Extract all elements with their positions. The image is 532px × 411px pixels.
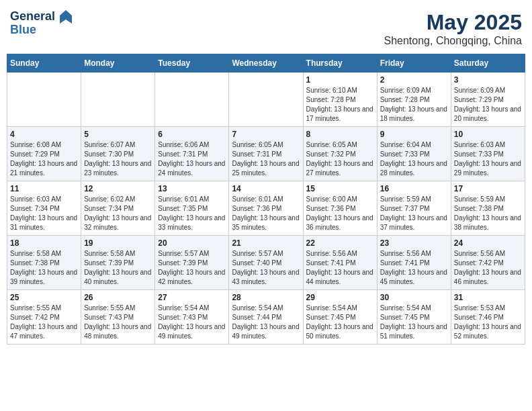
calendar-cell: 8Sunrise: 6:05 AM Sunset: 7:32 PM Daylig… (303, 127, 377, 181)
day-number: 24 (454, 238, 522, 248)
calendar-cell: 14Sunrise: 6:01 AM Sunset: 7:36 PM Dayli… (229, 181, 303, 236)
calendar-cell (7, 73, 81, 127)
day-info: Sunrise: 5:58 AM Sunset: 7:39 PM Dayligh… (84, 249, 152, 287)
calendar-cell: 29Sunrise: 5:54 AM Sunset: 7:45 PM Dayli… (303, 290, 377, 345)
day-number: 2 (380, 75, 448, 85)
calendar-week-4: 18Sunrise: 5:58 AM Sunset: 7:38 PM Dayli… (7, 236, 525, 290)
day-number: 27 (158, 293, 226, 302)
day-number: 26 (84, 293, 152, 302)
day-number: 31 (454, 293, 522, 302)
day-number: 10 (454, 130, 522, 139)
header-tuesday: Tuesday (155, 54, 229, 73)
calendar-cell (155, 73, 229, 127)
day-info: Sunrise: 6:06 AM Sunset: 7:31 PM Dayligh… (158, 140, 226, 178)
day-info: Sunrise: 5:54 AM Sunset: 7:45 PM Dayligh… (380, 304, 448, 341)
month-year: May 2025 (384, 10, 523, 35)
logo: General Blue (10, 10, 73, 37)
calendar-week-2: 4Sunrise: 6:08 AM Sunset: 7:29 PM Daylig… (7, 127, 525, 181)
day-number: 4 (10, 130, 78, 139)
calendar-cell: 10Sunrise: 6:03 AM Sunset: 7:33 PM Dayli… (451, 127, 525, 181)
calendar-cell: 4Sunrise: 6:08 AM Sunset: 7:29 PM Daylig… (7, 127, 81, 181)
day-number: 22 (306, 238, 374, 248)
calendar-cell: 15Sunrise: 6:00 AM Sunset: 7:36 PM Dayli… (303, 181, 377, 236)
calendar-cell: 30Sunrise: 5:54 AM Sunset: 7:45 PM Dayli… (377, 290, 451, 345)
day-number: 5 (84, 130, 152, 139)
logo-blue: Blue (10, 24, 73, 37)
calendar-cell: 23Sunrise: 5:56 AM Sunset: 7:41 PM Dayli… (377, 236, 451, 290)
day-number: 6 (158, 130, 226, 139)
day-info: Sunrise: 6:02 AM Sunset: 7:34 PM Dayligh… (84, 195, 152, 232)
day-info: Sunrise: 5:54 AM Sunset: 7:43 PM Dayligh… (158, 304, 226, 341)
day-number: 18 (10, 238, 78, 248)
calendar-week-3: 11Sunrise: 6:03 AM Sunset: 7:34 PM Dayli… (7, 181, 525, 236)
day-number: 25 (10, 293, 78, 302)
day-number: 7 (232, 130, 300, 139)
header-friday: Friday (377, 54, 451, 73)
page-header: General Blue May 2025 Shentong, Chongqin… (7, 7, 525, 47)
day-number: 17 (454, 184, 522, 193)
calendar-cell: 18Sunrise: 5:58 AM Sunset: 7:38 PM Dayli… (7, 236, 81, 290)
day-info: Sunrise: 5:56 AM Sunset: 7:41 PM Dayligh… (380, 249, 448, 287)
day-info: Sunrise: 6:09 AM Sunset: 7:29 PM Dayligh… (454, 86, 522, 124)
calendar-cell: 17Sunrise: 5:59 AM Sunset: 7:38 PM Dayli… (451, 181, 525, 236)
day-number: 12 (84, 184, 152, 193)
day-info: Sunrise: 6:10 AM Sunset: 7:28 PM Dayligh… (306, 86, 374, 124)
day-number: 16 (380, 184, 448, 193)
day-info: Sunrise: 5:57 AM Sunset: 7:40 PM Dayligh… (232, 249, 300, 287)
day-info: Sunrise: 5:56 AM Sunset: 7:42 PM Dayligh… (454, 249, 522, 287)
calendar-header-row: SundayMondayTuesdayWednesdayThursdayFrid… (7, 54, 525, 73)
calendar-cell: 24Sunrise: 5:56 AM Sunset: 7:42 PM Dayli… (451, 236, 525, 290)
day-number: 15 (306, 184, 374, 193)
calendar-cell: 11Sunrise: 6:03 AM Sunset: 7:34 PM Dayli… (7, 181, 81, 236)
day-info: Sunrise: 6:05 AM Sunset: 7:31 PM Dayligh… (232, 140, 300, 178)
location: Shentong, Chongqing, China (384, 35, 523, 47)
day-info: Sunrise: 6:05 AM Sunset: 7:32 PM Dayligh… (306, 140, 374, 178)
calendar-cell: 13Sunrise: 6:01 AM Sunset: 7:35 PM Dayli… (155, 181, 229, 236)
calendar-cell: 5Sunrise: 6:07 AM Sunset: 7:30 PM Daylig… (81, 127, 155, 181)
calendar-cell: 31Sunrise: 5:53 AM Sunset: 7:46 PM Dayli… (451, 290, 525, 345)
day-number: 1 (306, 75, 374, 85)
calendar-week-5: 25Sunrise: 5:55 AM Sunset: 7:42 PM Dayli… (7, 290, 525, 345)
calendar-week-1: 1Sunrise: 6:10 AM Sunset: 7:28 PM Daylig… (7, 73, 525, 127)
day-number: 14 (232, 184, 300, 193)
header-thursday: Thursday (303, 54, 377, 73)
calendar-cell: 7Sunrise: 6:05 AM Sunset: 7:31 PM Daylig… (229, 127, 303, 181)
day-number: 9 (380, 130, 448, 139)
day-info: Sunrise: 6:03 AM Sunset: 7:34 PM Dayligh… (10, 195, 78, 232)
day-info: Sunrise: 6:09 AM Sunset: 7:28 PM Dayligh… (380, 86, 448, 124)
calendar-cell: 22Sunrise: 5:56 AM Sunset: 7:41 PM Dayli… (303, 236, 377, 290)
day-number: 28 (232, 293, 300, 302)
calendar-cell: 25Sunrise: 5:55 AM Sunset: 7:42 PM Dayli… (7, 290, 81, 345)
day-info: Sunrise: 5:57 AM Sunset: 7:39 PM Dayligh… (158, 249, 226, 287)
calendar-cell (229, 73, 303, 127)
calendar-cell: 2Sunrise: 6:09 AM Sunset: 7:28 PM Daylig… (377, 73, 451, 127)
calendar-cell: 6Sunrise: 6:06 AM Sunset: 7:31 PM Daylig… (155, 127, 229, 181)
day-number: 23 (380, 238, 448, 248)
day-number: 13 (158, 184, 226, 193)
calendar-cell: 21Sunrise: 5:57 AM Sunset: 7:40 PM Dayli… (229, 236, 303, 290)
title-block: May 2025 Shentong, Chongqing, China (384, 10, 523, 47)
calendar-cell: 16Sunrise: 5:59 AM Sunset: 7:37 PM Dayli… (377, 181, 451, 236)
header-saturday: Saturday (451, 54, 525, 73)
svg-marker-0 (60, 10, 72, 24)
calendar-cell: 3Sunrise: 6:09 AM Sunset: 7:29 PM Daylig… (451, 73, 525, 127)
day-info: Sunrise: 6:01 AM Sunset: 7:35 PM Dayligh… (158, 195, 226, 232)
day-info: Sunrise: 5:54 AM Sunset: 7:44 PM Dayligh… (232, 304, 300, 341)
day-info: Sunrise: 6:04 AM Sunset: 7:33 PM Dayligh… (380, 140, 448, 178)
day-number: 19 (84, 238, 152, 248)
calendar-cell: 20Sunrise: 5:57 AM Sunset: 7:39 PM Dayli… (155, 236, 229, 290)
calendar-cell (81, 73, 155, 127)
header-sunday: Sunday (7, 54, 81, 73)
day-number: 11 (10, 184, 78, 193)
calendar-cell: 19Sunrise: 5:58 AM Sunset: 7:39 PM Dayli… (81, 236, 155, 290)
calendar-cell: 28Sunrise: 5:54 AM Sunset: 7:44 PM Dayli… (229, 290, 303, 345)
day-info: Sunrise: 6:03 AM Sunset: 7:33 PM Dayligh… (454, 140, 522, 178)
day-number: 29 (306, 293, 374, 302)
day-info: Sunrise: 5:54 AM Sunset: 7:45 PM Dayligh… (306, 304, 374, 341)
day-info: Sunrise: 5:55 AM Sunset: 7:43 PM Dayligh… (84, 304, 152, 341)
header-monday: Monday (81, 54, 155, 73)
calendar-cell: 9Sunrise: 6:04 AM Sunset: 7:33 PM Daylig… (377, 127, 451, 181)
calendar-cell: 27Sunrise: 5:54 AM Sunset: 7:43 PM Dayli… (155, 290, 229, 345)
day-info: Sunrise: 6:00 AM Sunset: 7:36 PM Dayligh… (306, 195, 374, 232)
day-number: 8 (306, 130, 374, 139)
